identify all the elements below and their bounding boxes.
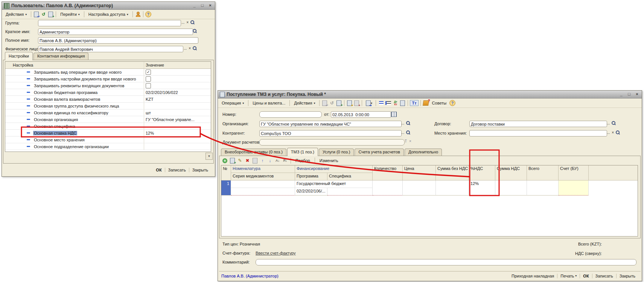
user-icon[interactable] bbox=[135, 11, 141, 18]
minimize-button[interactable]: _ bbox=[618, 92, 624, 97]
postings-dtkt-icon[interactable]: ДтКт bbox=[392, 100, 399, 106]
setting-value[interactable]: ГУ "Областное управле... bbox=[146, 116, 195, 123]
organization-field[interactable]: ГУ "Областное управление по ликвидации Ч… bbox=[259, 121, 402, 127]
help-icon[interactable]: ? bbox=[145, 11, 151, 17]
clear-icon[interactable]: × bbox=[188, 46, 191, 50]
actions-menu-button[interactable]: Действия▾ bbox=[292, 100, 317, 106]
financing-cell[interactable]: Государственный бюджет bbox=[295, 180, 373, 188]
tab-tmz[interactable]: ТМЗ (1 поз.) bbox=[287, 148, 318, 156]
specifics-cell[interactable] bbox=[327, 188, 373, 196]
counterparty-field[interactable]: CompuSys ТОО bbox=[259, 130, 402, 136]
select-icon[interactable]: ... bbox=[606, 121, 610, 125]
tab-additional[interactable]: Дополнительно bbox=[405, 149, 442, 156]
clear-icon[interactable]: × bbox=[186, 20, 189, 24]
post-document-icon[interactable]: ● bbox=[346, 100, 353, 106]
select-icon[interactable]: ... bbox=[181, 20, 185, 24]
current-user-link[interactable]: Павлов А.В. (Администратор) bbox=[221, 274, 279, 278]
minimize-button[interactable]: _ bbox=[192, 3, 197, 8]
full-name-field[interactable]: Павлов А.В. (Администратор) bbox=[38, 37, 198, 44]
goto-menu-button[interactable]: Перейти▾ bbox=[58, 11, 82, 17]
column-header-num[interactable]: № bbox=[221, 165, 231, 180]
tips-button[interactable]: Советы bbox=[430, 100, 449, 106]
number-field[interactable] bbox=[259, 111, 322, 118]
search-icon[interactable] bbox=[611, 121, 616, 126]
checkbox-checked[interactable]: ✓ bbox=[146, 70, 151, 75]
operation-menu-button[interactable]: Операция▾ bbox=[219, 100, 246, 106]
save-button[interactable]: Записать bbox=[592, 274, 616, 278]
reread-icon[interactable]: ↵ bbox=[33, 11, 40, 18]
person-field[interactable]: Павлов Андрей Викторович bbox=[38, 46, 183, 52]
structure-icon[interactable] bbox=[378, 100, 384, 106]
tab-settings[interactable]: Настройки bbox=[5, 52, 33, 60]
prices-currency-button[interactable]: Цены и валюта... bbox=[250, 100, 288, 106]
incoming-note-button[interactable]: Приходная накладная bbox=[509, 274, 557, 278]
copy-row-icon[interactable]: + bbox=[229, 158, 236, 164]
nomenclature-cell[interactable] bbox=[231, 180, 295, 188]
ok-button[interactable]: ОК bbox=[580, 274, 592, 278]
settings-row[interactable]: Основная организация ГУ "Областное управ… bbox=[5, 116, 211, 123]
ok-button[interactable]: ОК bbox=[153, 168, 164, 172]
column-header-account[interactable]: Счет (БУ) bbox=[559, 165, 589, 180]
search-icon[interactable] bbox=[190, 20, 195, 25]
search-icon[interactable] bbox=[192, 29, 197, 33]
help-icon[interactable]: ? bbox=[449, 100, 455, 106]
sort-asc-icon[interactable]: А↓ bbox=[274, 158, 281, 164]
column-header-setting[interactable]: Настройка bbox=[5, 63, 33, 67]
search-icon[interactable] bbox=[192, 46, 197, 51]
column-header-total[interactable]: Всего bbox=[527, 165, 559, 180]
vat-percent-cell[interactable]: 12% bbox=[469, 180, 495, 196]
price-cell[interactable] bbox=[403, 180, 436, 196]
clear-icon[interactable]: × bbox=[611, 130, 614, 135]
maximize-button[interactable]: □ bbox=[626, 92, 632, 97]
select-icon[interactable]: ... bbox=[401, 121, 405, 125]
change-button[interactable]: Изменить bbox=[317, 158, 341, 164]
account-cell[interactable] bbox=[559, 180, 589, 196]
save-button[interactable]: Записать bbox=[165, 168, 189, 172]
calendar-icon[interactable] bbox=[391, 112, 397, 117]
settings-row[interactable]: Основная группа доступа физического лица bbox=[5, 103, 211, 109]
short-name-field[interactable]: Администратор bbox=[38, 29, 193, 35]
column-header-vat-percent[interactable]: %НДС bbox=[469, 165, 495, 180]
date-field[interactable]: 02.05.2013 0:00:00 bbox=[331, 111, 391, 118]
row-number-cell[interactable]: 1 bbox=[221, 180, 231, 196]
settings-row[interactable]: Основное место хранения bbox=[5, 136, 211, 143]
unpost-document-icon[interactable]: ● bbox=[353, 100, 360, 106]
add-row-icon[interactable]: + bbox=[222, 158, 228, 164]
settings-row[interactable]: Основное подразделение организации bbox=[5, 143, 211, 150]
tips-icon[interactable] bbox=[423, 100, 429, 106]
setting-value[interactable]: шт bbox=[146, 109, 151, 116]
tab-noncurrent-assets[interactable]: Внеоборотные активы (0 поз.) bbox=[221, 149, 286, 156]
select-icon[interactable]: ... bbox=[183, 46, 187, 50]
user-window-titlebar[interactable]: Пользователь: Павлов А.В. (Администратор… bbox=[2, 2, 215, 10]
delete-row-icon[interactable]: ✖ bbox=[244, 158, 251, 164]
access-settings-menu-button[interactable]: Настройка доступа▾ bbox=[86, 11, 131, 17]
column-header-financing[interactable]: Финансирование bbox=[295, 165, 373, 173]
column-header-quantity[interactable]: Количество bbox=[373, 165, 403, 180]
settings-row-selected[interactable]: Основная ставка НДС 12% bbox=[5, 130, 211, 136]
vat-sum-cell[interactable] bbox=[495, 180, 527, 196]
tab-contact-info[interactable]: Контактная информация bbox=[33, 53, 88, 60]
column-header-value[interactable]: Значение bbox=[146, 63, 164, 67]
copy-document-icon[interactable]: + bbox=[336, 100, 342, 106]
column-header-vat-sum[interactable]: Сумма НДС bbox=[495, 165, 527, 180]
column-header-price[interactable]: Цена bbox=[403, 165, 436, 180]
setting-value[interactable]: 12% bbox=[146, 130, 154, 136]
text-input-icon[interactable]: T bbox=[404, 139, 407, 143]
clear-icon[interactable]: × bbox=[409, 139, 412, 143]
tab-settlement-accounts[interactable]: Счета учета расчетов bbox=[355, 149, 403, 156]
pick-button[interactable]: Подбор bbox=[293, 158, 312, 164]
close-button[interactable]: × bbox=[634, 92, 640, 97]
column-header-series[interactable]: Серия медикаментов bbox=[231, 173, 295, 180]
checkbox-unchecked[interactable] bbox=[146, 76, 151, 82]
refresh-icon[interactable]: ↺ bbox=[40, 11, 47, 18]
settings-row[interactable]: Запрашивать реквизиты входящих документо… bbox=[5, 82, 211, 89]
actions-menu-button[interactable]: Действия▾ bbox=[3, 11, 29, 17]
program-cell[interactable]: 02/2/202/106/... bbox=[295, 188, 327, 196]
settings-row[interactable]: Основная специфика bbox=[5, 123, 211, 130]
column-header-sum-wo-vat[interactable]: Сумма без НДС bbox=[436, 165, 469, 180]
search-icon[interactable] bbox=[615, 130, 620, 135]
group-field[interactable] bbox=[38, 20, 181, 26]
settings-row[interactable]: Основная валюта взаиморасчетов KZT bbox=[5, 96, 211, 103]
quantity-cell[interactable] bbox=[373, 180, 403, 196]
create-based-on-icon[interactable]: ➜▾ bbox=[364, 100, 374, 106]
